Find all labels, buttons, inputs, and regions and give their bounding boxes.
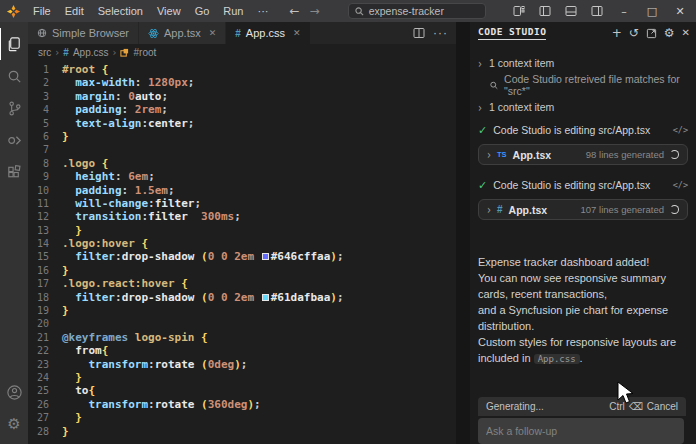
code-studio-panel: CODE STUDIO + ↺ ⚙ ✕ › 1 context item Cod… — [470, 22, 696, 444]
code-text: transition:filter 300ms; — [62, 210, 241, 223]
code-line[interactable]: 11 will-change:filter; — [28, 197, 456, 210]
code-line[interactable]: 20 — [28, 317, 456, 330]
breadcrumb[interactable]: src › # App.css › #root — [28, 44, 456, 61]
code-text: .logo:hover { — [62, 237, 148, 250]
back-arrow-icon[interactable]: ← — [290, 4, 300, 18]
breadcrumb-symbol[interactable]: #root — [133, 47, 156, 58]
code-line[interactable]: 14.logo:hover { — [28, 237, 456, 250]
check-icon: ✓ — [478, 179, 487, 192]
code-line[interactable]: 15 filter:drop-shadow (0 0 2em #646cffaa… — [28, 250, 456, 263]
code-line[interactable]: 2 max-width: 1280px; — [28, 76, 456, 89]
close-window-button[interactable]: ✕ — [668, 0, 692, 22]
file-chip[interactable]: App.css — [534, 354, 580, 364]
tab-simple-browser[interactable]: Simple Browser — [28, 22, 139, 44]
menu-item-go[interactable]: Go — [188, 0, 217, 22]
menu-item-file[interactable]: File — [26, 0, 58, 22]
source-control-icon[interactable] — [0, 92, 28, 124]
generating-bar: Generating... Ctrl ⌫ Cancel — [478, 397, 686, 416]
history-icon[interactable]: ↺ — [629, 27, 639, 39]
menu-item-run[interactable]: Run — [216, 0, 250, 22]
code-line[interactable]: 22 from{ — [28, 344, 456, 357]
new-chat-icon[interactable]: + — [612, 27, 622, 39]
code-text: } — [62, 130, 69, 143]
code-line[interactable]: 16} — [28, 264, 456, 277]
followup-input[interactable] — [478, 418, 684, 444]
lines-generated-label: 98 lines generated — [586, 149, 664, 160]
close-panel-icon[interactable]: ✕ — [682, 28, 690, 38]
line-number: 20 — [28, 317, 62, 330]
cancel-button[interactable]: Cancel — [647, 401, 678, 412]
backspace-key-icon: ⌫ — [629, 401, 643, 412]
code-line[interactable]: 9 height: 6em; — [28, 170, 456, 183]
extensions-icon[interactable] — [0, 156, 28, 188]
code-line[interactable]: 27 } — [28, 411, 456, 424]
settings-gear-icon[interactable]: ⚙ — [0, 408, 28, 440]
generated-file-card[interactable]: › TS App.tsx 98 lines generated — [478, 144, 688, 165]
panel-settings-icon[interactable]: ⚙ — [664, 27, 675, 39]
more-actions-icon[interactable]: ··· — [433, 26, 448, 40]
code-line[interactable]: 28} — [28, 425, 456, 438]
code-line[interactable]: 21@keyframes logo-spin { — [28, 331, 456, 344]
tab-app-css[interactable]: # App.css ✕ — [226, 22, 310, 44]
code-line[interactable]: 3 margin: 0auto; — [28, 90, 456, 103]
menu-item-selection[interactable]: Selection — [91, 0, 150, 22]
explorer-icon[interactable] — [0, 28, 28, 60]
editor-panel-divider[interactable] — [456, 22, 470, 444]
maximize-button[interactable]: □ — [640, 0, 664, 22]
menu-item-[interactable]: ··· — [251, 0, 276, 22]
context-item-row[interactable]: › 1 context item — [478, 96, 688, 118]
toggle-sidebar-icon[interactable] — [534, 0, 556, 22]
line-number: 15 — [28, 250, 62, 263]
code-line[interactable]: 26 transform:rotate (360deg); — [28, 398, 456, 411]
editing-status-row: ✓ Code Studio is editing src/App.tsx </> — [478, 173, 688, 197]
split-editor-icon[interactable] — [413, 27, 425, 39]
code-studio-icon[interactable] — [0, 124, 28, 156]
close-tab-icon[interactable]: ✕ — [209, 28, 217, 38]
code-line[interactable]: 23 transform:rotate (0deg); — [28, 358, 456, 371]
code-line[interactable]: 5 text-align:center; — [28, 117, 456, 130]
file-name: App.tsx — [513, 149, 552, 161]
code-text: height: 6em; — [62, 170, 155, 183]
tab-app-tsx[interactable]: App.tsx ✕ — [139, 22, 226, 44]
code-line[interactable]: 24 } — [28, 371, 456, 384]
code-line[interactable]: 17.logo.react:hover { — [28, 277, 456, 290]
account-icon[interactable] — [0, 376, 28, 408]
search-sidebar-icon[interactable] — [0, 60, 28, 92]
code-line[interactable]: 25 to{ — [28, 384, 456, 397]
context-item-row[interactable]: › 1 context item — [478, 52, 688, 74]
code-line[interactable]: 13 } — [28, 224, 456, 237]
toggle-secondary-sidebar-icon[interactable] — [586, 0, 608, 22]
code-line[interactable]: 1#root { — [28, 63, 456, 76]
assistant-message: Expense tracker dashboard added! You can… — [478, 254, 688, 367]
code-editor[interactable]: 1#root {2 max-width: 1280px;3 margin: 0a… — [28, 61, 456, 444]
close-tab-icon[interactable]: ✕ — [293, 28, 301, 38]
menu-item-edit[interactable]: Edit — [58, 0, 91, 22]
code-line[interactable]: 19} — [28, 304, 456, 317]
forward-arrow-icon[interactable]: → — [310, 4, 320, 18]
code-line[interactable]: 10 padding: 1.5em; — [28, 184, 456, 197]
code-icon: </> — [673, 180, 688, 190]
code-line[interactable]: 7 — [28, 143, 456, 156]
line-number: 5 — [28, 117, 62, 130]
open-in-editor-icon[interactable] — [646, 28, 657, 39]
app-logo-icon — [0, 4, 26, 19]
code-text: } — [62, 224, 82, 237]
code-line[interactable]: 6} — [28, 130, 456, 143]
menu-item-view[interactable]: View — [150, 0, 188, 22]
minimize-button[interactable]: – — [612, 0, 636, 22]
code-text: max-width: 1280px; — [62, 76, 194, 89]
breadcrumb-src[interactable]: src — [38, 47, 51, 58]
customize-layout-icon[interactable] — [508, 0, 530, 22]
code-line[interactable]: 8.logo { — [28, 157, 456, 170]
generated-file-card[interactable]: › # App.tsx 107 lines generated — [478, 199, 688, 220]
line-number: 25 — [28, 384, 62, 397]
menu-bar: FileEditSelectionViewGoRun··· — [26, 0, 276, 22]
toggle-panel-icon[interactable] — [560, 0, 582, 22]
code-line[interactable]: 12 transition:filter 300ms; — [28, 210, 456, 223]
code-line[interactable]: 4 padding: 2rem; — [28, 103, 456, 116]
code-line[interactable]: 18 filter:drop-shadow (0 0 2em #61dafbaa… — [28, 291, 456, 304]
editing-label: Code Studio is editing src/App.tsx — [493, 179, 650, 191]
command-search-box[interactable]: expense-tracker — [348, 3, 486, 19]
breadcrumb-file[interactable]: App.css — [73, 47, 109, 58]
generating-label: Generating... — [486, 401, 544, 412]
